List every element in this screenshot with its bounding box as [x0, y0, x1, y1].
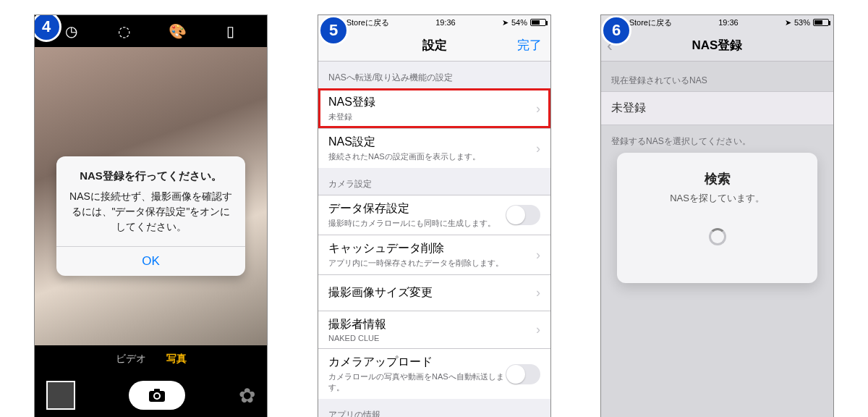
- step-badge-5: 5: [318, 15, 349, 46]
- cell-title: 撮影画像サイズ変更: [328, 281, 532, 305]
- battery-percentage: 53%: [794, 18, 810, 27]
- status-time: 19:36: [718, 18, 739, 27]
- camera-bottom-toolbar: ✿: [35, 373, 267, 417]
- phone-5-settings: 5 ◀ App Storeに戻る 19:36 ➤ 54% 設定 完了 NASへ転…: [318, 14, 551, 417]
- svg-point-3: [155, 394, 159, 398]
- nav-bar: 設定 完了: [318, 30, 550, 62]
- location-arrow-icon: ➤: [785, 18, 791, 28]
- chevron-right-icon: ›: [536, 141, 540, 156]
- section-header-camera: カメラ設定: [318, 168, 550, 195]
- gallery-thumb-icon[interactable]: [46, 381, 75, 410]
- phone-4-camera: 4 ◷ ◌ 🎨 ▯ NAS登録を行ってください。 NASに接続せず、撮影画像を確…: [34, 14, 268, 417]
- cell-subtitle: 接続されたNASの設定画面を表示します。: [328, 151, 532, 162]
- cell-subtitle: 撮影時にカメラロールにも同時に生成します。: [328, 218, 506, 229]
- circle-dots-icon[interactable]: ◌: [98, 22, 150, 40]
- cell-subtitle: カメラロールの写真や動画をNASへ自動転送します。: [328, 371, 506, 393]
- done-button[interactable]: 完了: [517, 37, 542, 54]
- nav-title: NAS登録: [601, 37, 833, 54]
- battery-icon: [813, 19, 829, 26]
- modal-title: 検索: [705, 170, 731, 188]
- status-bar: ◀ App Storeに戻る 19:36 ➤ 53%: [601, 15, 833, 30]
- alert-body-text: NASに接続せず、撮影画像を確認するには、"データ保存設定"をオンにしてください…: [67, 189, 235, 235]
- toggle-switch[interactable]: [506, 205, 540, 225]
- cell-author-info[interactable]: 撮影者情報 NAKED CLUE ›: [318, 311, 550, 348]
- location-arrow-icon: ➤: [502, 18, 509, 28]
- battery-icon: [530, 19, 546, 26]
- phone-6-nas-register: 6 ◀ App Storeに戻る 19:36 ➤ 53% ‹ NAS登録 現在登…: [600, 14, 834, 417]
- modal-subtitle: NASを探しています。: [670, 192, 765, 205]
- spinner-icon: [709, 228, 726, 245]
- mode-video[interactable]: ビデオ: [116, 353, 146, 366]
- chevron-right-icon: ›: [536, 322, 540, 337]
- cell-title: カメラアップロード: [328, 355, 506, 370]
- alert-title: NAS登録を行ってください。: [67, 168, 235, 185]
- cell-title: NAS登録: [328, 95, 532, 110]
- nav-title: 設定: [318, 37, 550, 54]
- status-time: 19:36: [435, 18, 456, 27]
- palette-icon[interactable]: 🎨: [151, 22, 204, 40]
- cell-nas-settings[interactable]: NAS設定 接続されたNASの設定画面を表示します。 ›: [318, 128, 550, 168]
- cell-cache-delete[interactable]: キャッシュデータ削除 アプリ内に一時保存されたデータを削除します。 ›: [318, 235, 550, 274]
- svg-rect-1: [154, 389, 160, 392]
- camera-mode-switcher: ビデオ 写真: [35, 345, 267, 373]
- cell-title: データ保存設定: [328, 201, 506, 216]
- flash-icon[interactable]: ▯: [204, 22, 257, 40]
- nas-register-alert: NAS登録を行ってください。 NASに接続せず、撮影画像を確認するには、"データ…: [56, 156, 245, 276]
- chevron-right-icon: ›: [536, 285, 540, 300]
- chevron-right-icon: ›: [536, 248, 540, 263]
- settings-gear-icon[interactable]: ✿: [239, 384, 255, 408]
- camera-icon: [148, 388, 166, 403]
- searching-modal: 検索 NASを探しています。: [617, 153, 817, 283]
- toggle-switch[interactable]: [506, 364, 540, 384]
- step-badge-6: 6: [601, 15, 631, 46]
- chevron-right-icon: ›: [536, 101, 540, 117]
- cell-nas-register[interactable]: NAS登録 未登録 ›: [318, 88, 550, 128]
- battery-percentage: 54%: [511, 18, 527, 27]
- cell-camera-upload[interactable]: カメラアップロード カメラロールの写真や動画をNASへ自動転送します。: [318, 348, 550, 399]
- section-header-app: アプリの情報: [318, 399, 550, 417]
- shutter-button[interactable]: [129, 381, 185, 410]
- cell-subtitle: アプリ内に一時保存されたデータを削除します。: [328, 258, 532, 269]
- mode-photo[interactable]: 写真: [166, 353, 187, 366]
- section-header-nas: NASへ転送/取り込み機能の設定: [318, 62, 550, 88]
- cell-data-save[interactable]: データ保存設定 撮影時にカメラロールにも同時に生成します。: [318, 195, 550, 235]
- cell-title: NAS設定: [328, 135, 532, 150]
- section-header-registered-nas: 現在登録されているNAS: [601, 62, 833, 91]
- cell-title: キャッシュデータ削除: [328, 241, 532, 256]
- alert-ok-button[interactable]: OK: [56, 246, 245, 276]
- cell-subtitle: NAKED CLUE: [328, 334, 532, 342]
- camera-top-toolbar: ◷ ◌ 🎨 ▯: [35, 15, 267, 47]
- status-bar: ◀ App Storeに戻る 19:36 ➤ 54%: [318, 15, 550, 30]
- cell-title: 撮影者情報: [328, 317, 532, 332]
- registered-nas-row: 未登録: [601, 91, 833, 125]
- nav-bar: ‹ NAS登録: [601, 30, 833, 62]
- cell-image-size[interactable]: 撮影画像サイズ変更 ›: [318, 274, 550, 311]
- cell-subtitle: 未登録: [328, 111, 532, 122]
